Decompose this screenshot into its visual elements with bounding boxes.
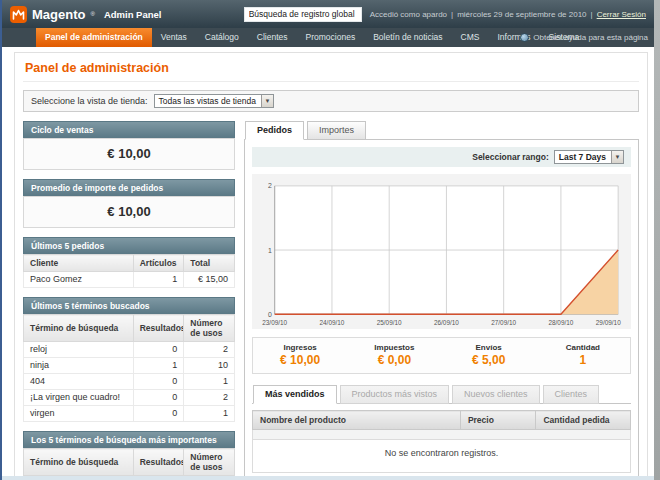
table-row[interactable]: ¡La virgen que cuadro! 0 2 [24, 390, 235, 406]
logo-admin-panel-text: Admin Panel [104, 9, 162, 20]
products-tabs-section: Más vendidos Productos más vistos Nuevos… [252, 385, 631, 473]
header-user-meta: Accedió como apardo | miércoles 29 de se… [370, 10, 646, 19]
col-header: Cliente [24, 255, 134, 272]
window-right-edge [654, 0, 660, 480]
title-divider [23, 81, 639, 82]
total-quantity: Cantidad 1 [536, 343, 630, 367]
svg-text:1: 1 [268, 247, 272, 254]
totals-bar: Ingresos € 10,00 Impuestos € 0,00 Envíos… [252, 337, 631, 374]
page-title: Panel de administración [25, 61, 639, 75]
table-row[interactable]: Paco Gomez 1 € 15,00 [24, 272, 235, 288]
window-left-edge [0, 0, 2, 480]
nav-item-catalog[interactable]: Catálogo [196, 28, 248, 47]
nav-item-customers[interactable]: Clientes [248, 28, 297, 47]
last-search-terms-table: Término de búsqueda Resultados Número de… [23, 314, 235, 422]
nav-item-promotions[interactable]: Promociones [297, 28, 365, 47]
col-header: Precio [460, 411, 536, 430]
orders-area-chart: 01223/09/1024/09/1025/09/1026/09/1027/09… [256, 178, 627, 328]
help-globe-icon [520, 33, 529, 42]
store-view-switcher: Seleccione la vista de tienda: Todas las… [23, 90, 639, 112]
table-row[interactable]: reloj 0 2 [24, 342, 235, 358]
col-header: Resultados [133, 315, 184, 342]
store-view-select[interactable]: Todas las vistas de tienda ▼ [154, 94, 274, 108]
col-header: Cantidad pedida [536, 411, 631, 430]
col-header: Nombre del producto [253, 411, 461, 430]
svg-text:23/09/10: 23/09/10 [262, 319, 287, 326]
range-select[interactable]: Last 7 Days ▼ [554, 150, 624, 164]
widget-title: Últimos 5 términos buscados [23, 297, 235, 314]
magento-logo: Magento ® Admin Panel [10, 6, 161, 23]
col-header: Número de usos [184, 449, 235, 476]
last-search-terms-widget: Últimos 5 términos buscados Término de b… [23, 297, 235, 422]
content-area: Panel de administración Seleccione la vi… [14, 52, 648, 480]
svg-text:27/09/10: 27/09/10 [491, 319, 516, 326]
get-help-link[interactable]: Obtener ayuda para esta página [520, 28, 648, 47]
svg-text:0: 0 [268, 311, 272, 318]
magento-logo-icon [10, 6, 27, 23]
range-selector-bar: Seleccionar rango: Last 7 Days ▼ [252, 147, 631, 167]
svg-text:2: 2 [268, 182, 272, 189]
svg-text:28/09/10: 28/09/10 [548, 319, 573, 326]
global-search-input[interactable] [244, 7, 362, 22]
tab-orders[interactable]: Pedidos [245, 121, 304, 140]
lifetime-sales-value: € 10,00 [23, 138, 235, 170]
col-header: Número de usos [184, 315, 235, 342]
orders-tab-panel: Seleccionar rango: Last 7 Days ▼ 01223/0… [244, 140, 639, 480]
chevron-down-icon: ▼ [611, 151, 623, 163]
range-label: Seleccionar rango: [472, 152, 549, 162]
average-orders-widget: Promedio de importe de pedidos € 10,00 [23, 179, 235, 228]
orders-amounts-tabs: Pedidos Importes [244, 121, 639, 140]
store-view-label: Seleccione la vista de tienda: [31, 96, 148, 106]
widget-title: Últimos 5 pedidos [23, 237, 235, 254]
total-tax: Impuestos € 0,00 [347, 343, 441, 367]
table-row[interactable]: ninja 1 10 [24, 358, 235, 374]
dashboard-left-column: Ciclo de ventas € 10,00 Promedio de impo… [23, 121, 235, 480]
logout-link[interactable]: Cerrar Sesión [597, 10, 646, 19]
app-header: Magento ® Admin Panel Accedió como apard… [2, 0, 654, 28]
meta-separator: | [451, 10, 453, 19]
tab-best-sellers[interactable]: Más vendidos [253, 385, 337, 404]
products-tabs: Más vendidos Productos más vistos Nuevos… [252, 385, 631, 404]
svg-text:26/09/10: 26/09/10 [434, 319, 459, 326]
nav-item-dashboard[interactable]: Panel de administración [36, 28, 152, 47]
window-bottom-edge [2, 476, 654, 480]
logged-in-as-text: Accedió como apardo [370, 10, 447, 19]
main-nav: Panel de administración Ventas Catálogo … [2, 28, 654, 47]
tab-new-customers[interactable]: Nuevos clientes [452, 385, 540, 404]
col-header: Término de búsqueda [24, 449, 134, 476]
meta-separator: | [591, 10, 593, 19]
orders-chart-container: 01223/09/1024/09/1025/09/1026/09/1027/09… [252, 174, 631, 329]
table-row[interactable]: virgen 0 1 [24, 406, 235, 422]
nav-item-sales[interactable]: Ventas [152, 28, 196, 47]
widget-title: Promedio de importe de pedidos [23, 179, 235, 196]
table-row[interactable]: 404 0 1 [24, 374, 235, 390]
logo-trademark: ® [90, 11, 94, 17]
top-search-terms-widget: Los 5 términos de búsqueda más important… [23, 431, 235, 480]
total-revenue: Ingresos € 10,00 [253, 343, 347, 367]
dashboard-right-column: Pedidos Importes Seleccionar rango: Last… [244, 121, 639, 480]
last-orders-table: Cliente Artículos Total Paco Gomez 1 € 1… [23, 254, 235, 288]
dashboard: Ciclo de ventas € 10,00 Promedio de impo… [23, 121, 639, 480]
tab-customers[interactable]: Clientes [543, 385, 600, 404]
current-date-text: miércoles 29 de septiembre de 2010 [457, 10, 586, 19]
widget-title: Los 5 términos de búsqueda más important… [23, 431, 235, 448]
svg-text:24/09/10: 24/09/10 [319, 319, 344, 326]
nav-item-newsletter[interactable]: Boletín de noticias [364, 28, 451, 47]
last-orders-widget: Últimos 5 pedidos Cliente Artículos Tota… [23, 237, 235, 288]
svg-text:29/09/10: 29/09/10 [596, 319, 621, 326]
widget-title: Ciclo de ventas [23, 121, 235, 138]
grid-empty-message: No se encontraron registros. [253, 440, 631, 473]
tab-amounts[interactable]: Importes [307, 121, 366, 140]
col-header: Resultados [133, 449, 184, 476]
get-help-label: Obtener ayuda para esta página [533, 33, 648, 42]
nav-item-cms[interactable]: CMS [452, 28, 489, 47]
logo-brand-text: Magento [32, 7, 85, 22]
col-header: Total [184, 255, 235, 272]
svg-text:25/09/10: 25/09/10 [377, 319, 402, 326]
best-sellers-grid: Nombre del producto Precio Cantidad pedi… [252, 410, 631, 473]
grid-stripe-row [253, 430, 631, 440]
chevron-down-icon: ▼ [261, 95, 273, 107]
lifetime-sales-widget: Ciclo de ventas € 10,00 [23, 121, 235, 170]
col-header: Término de búsqueda [24, 315, 134, 342]
tab-most-viewed[interactable]: Productos más vistos [340, 385, 450, 404]
